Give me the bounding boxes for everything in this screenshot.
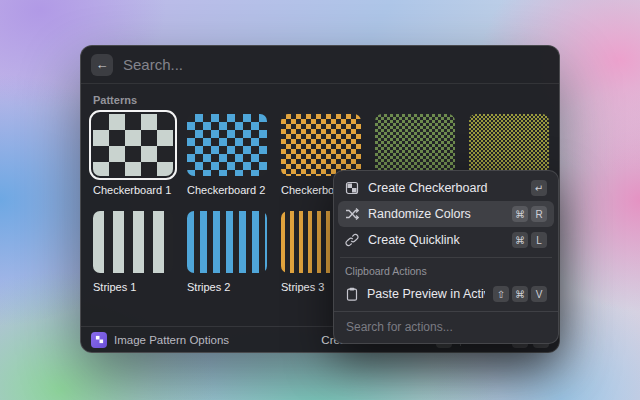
pattern-tile-checkerboard-2[interactable] bbox=[187, 114, 267, 176]
app-icon bbox=[91, 332, 107, 348]
cmd-key-badge: ⌘ bbox=[512, 206, 528, 222]
menu-item-create-quicklink[interactable]: Create Quicklink ⌘ L bbox=[338, 227, 554, 253]
actions-menu: Create Checkerboard ↵ Randomize Colors bbox=[333, 170, 559, 344]
pattern-item: Checkerboard 1 bbox=[93, 114, 173, 197]
menu-item-keys: ⌘ R bbox=[512, 206, 547, 222]
pattern-tile-checkerboard-1[interactable] bbox=[93, 114, 173, 176]
menu-item-keys: ↵ bbox=[531, 180, 547, 196]
launcher-window: ← Patterns Checkerboard 1 Checkerboard 2… bbox=[80, 45, 560, 353]
l-key-badge: L bbox=[531, 232, 547, 248]
pattern-item: Stripes 2 bbox=[187, 211, 267, 294]
actions-search-row bbox=[334, 311, 558, 343]
search-header: ← bbox=[81, 46, 559, 84]
menu-item-label: Paste Preview in Active App bbox=[367, 287, 485, 301]
shift-key-badge: ⇧ bbox=[493, 286, 509, 302]
menu-item-create-checkerboard[interactable]: Create Checkerboard ↵ bbox=[338, 175, 554, 201]
back-button[interactable]: ← bbox=[91, 54, 113, 76]
pattern-label: Stripes 2 bbox=[187, 281, 267, 294]
pattern-label: Checkerboard 2 bbox=[187, 184, 267, 197]
pattern-item: Checkerboard 2 bbox=[187, 114, 267, 197]
link-icon bbox=[345, 233, 360, 247]
actions-search-input[interactable] bbox=[334, 312, 558, 343]
checkerboard-icon bbox=[345, 181, 360, 195]
pattern-label: Checkerboard 1 bbox=[93, 184, 173, 197]
menu-item-label: Randomize Colors bbox=[368, 207, 471, 221]
pattern-item: Stripes 1 bbox=[93, 211, 173, 294]
checker-glyph-icon bbox=[95, 335, 104, 344]
shuffle-icon bbox=[345, 207, 360, 221]
pattern-tile-checkerboard-4[interactable] bbox=[375, 114, 455, 176]
pattern-tile-stripes-2[interactable] bbox=[187, 211, 267, 273]
cmd-key-badge: ⌘ bbox=[512, 286, 528, 302]
pattern-tile-checkerboard-5[interactable] bbox=[469, 114, 549, 176]
menu-item-keys: ⌘ L bbox=[512, 232, 547, 248]
clipboard-actions-section-label: Clipboard Actions bbox=[338, 262, 554, 281]
pattern-label: Stripes 1 bbox=[93, 281, 173, 294]
menu-item-keys: ⇧ ⌘ V bbox=[493, 286, 547, 302]
return-key-badge: ↵ bbox=[531, 180, 547, 196]
cmd-key-badge: ⌘ bbox=[512, 232, 528, 248]
v-key-badge: V bbox=[531, 286, 547, 302]
search-input[interactable] bbox=[123, 56, 549, 73]
r-key-badge: R bbox=[531, 206, 547, 222]
menu-divider bbox=[340, 257, 552, 258]
pattern-tile-checkerboard-3[interactable] bbox=[281, 114, 361, 176]
menu-item-label: Create Checkerboard bbox=[368, 181, 488, 195]
footer-app-name: Image Pattern Options bbox=[114, 334, 229, 346]
menu-item-randomize-colors[interactable]: Randomize Colors ⌘ R bbox=[338, 201, 554, 227]
desktop-background: ← Patterns Checkerboard 1 Checkerboard 2… bbox=[0, 0, 640, 400]
clipboard-icon bbox=[345, 287, 359, 301]
patterns-section-label: Patterns bbox=[93, 94, 547, 106]
pattern-tile-stripes-1[interactable] bbox=[93, 211, 173, 273]
back-arrow-icon: ← bbox=[96, 57, 109, 72]
menu-item-label: Create Quicklink bbox=[368, 233, 460, 247]
menu-item-paste-preview[interactable]: Paste Preview in Active App ⇧ ⌘ V bbox=[338, 281, 554, 307]
